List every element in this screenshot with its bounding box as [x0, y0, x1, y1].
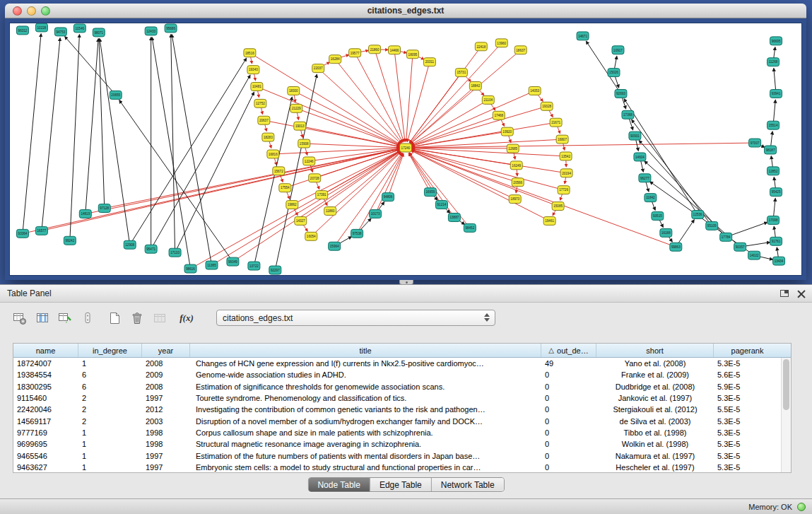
graph-node[interactable]: 96695 [770, 37, 782, 45]
graph-node[interactable]: 16807 [556, 135, 568, 144]
tab-node-table[interactable]: Node Table [308, 478, 370, 491]
graph-node[interactable]: 13722 [248, 262, 260, 270]
graph-node[interactable]: 12246 [303, 157, 315, 165]
table-cell[interactable]: 5.3E-5 [714, 428, 781, 437]
graph-node[interactable]: 14327 [295, 216, 307, 225]
table-cell[interactable]: Investigating the contribution of common… [190, 405, 541, 414]
graph-node[interactable]: 98452 [464, 223, 476, 232]
table-cell[interactable]: Estimation of significance thresholds fo… [190, 382, 541, 391]
graph-node[interactable]: 96312 [16, 26, 28, 35]
graph-node[interactable]: 15026 [608, 69, 620, 77]
graph-node[interactable]: 20637 [258, 116, 270, 124]
table-cell[interactable]: Nakamura et al. (1997) [596, 452, 714, 460]
delete-table-icon[interactable] [129, 310, 146, 326]
table-row[interactable]: 1872400712008Changes of HCN gene express… [13, 358, 781, 369]
table-row[interactable]: 969969511998Structural magnetic resonanc… [13, 438, 781, 450]
graph-node[interactable]: 18516 [244, 49, 256, 57]
table-cell[interactable]: 1998 [142, 428, 190, 437]
table-cell[interactable]: 2008 [142, 359, 190, 368]
graph-node[interactable]: 10228 [35, 23, 47, 32]
graph-node[interactable]: 16284 [329, 55, 341, 64]
column-header-title[interactable]: title [190, 344, 541, 357]
table-cell[interactable]: 9465546 [13, 452, 78, 460]
graph-node[interactable]: 16054 [305, 232, 317, 240]
function-builder-icon[interactable]: f(x) [178, 310, 195, 326]
graph-node[interactable]: 22037 [312, 64, 324, 73]
graph-node[interactable]: 94806 [382, 193, 394, 201]
graph-node[interactable]: 16188 [660, 228, 672, 237]
graph-node[interactable]: 21104 [482, 95, 494, 104]
table-cell[interactable]: Wolkin et al. (1998) [596, 440, 714, 448]
graph-node[interactable]: 20194 [560, 169, 572, 177]
graph-node[interactable]: 18095 [406, 50, 418, 59]
table-cell[interactable]: 0 [541, 417, 596, 426]
graph-node[interactable]: 21860 [369, 45, 381, 54]
graph-node[interactable]: 98187 [765, 146, 777, 154]
graph-node[interactable]: 15731 [455, 69, 467, 77]
graph-node[interactable]: 11842 [645, 194, 657, 202]
graph-node[interactable]: 17133 [169, 248, 181, 257]
graph-node[interactable]: 20566 [512, 178, 524, 187]
float-panel-icon[interactable] [780, 290, 789, 297]
graph-node[interactable]: 16659 [424, 188, 436, 197]
table-cell[interactable]: Disruption of a novel member of a sodium… [190, 417, 541, 426]
table-cell[interactable]: 1 [78, 452, 142, 460]
table-cell[interactable]: 2 [78, 394, 142, 402]
table-cell[interactable]: Stergiakouli et al. (2012) [596, 405, 714, 414]
graph-node[interactable]: 98071 [93, 28, 105, 37]
graph-node[interactable]: 14053 [529, 86, 541, 95]
table-cell[interactable]: 0 [541, 463, 596, 472]
graph-node[interactable]: 19862 [286, 201, 298, 209]
table-cell[interactable]: 1 [78, 428, 142, 437]
graph-node[interactable]: 10917 [612, 46, 624, 54]
table-cell[interactable]: 18724007 [13, 359, 78, 368]
scrollbar-thumb[interactable] [783, 359, 789, 410]
table-cell[interactable]: 18300295 [13, 382, 78, 391]
table-cell[interactable]: 5.3E-5 [714, 452, 781, 460]
close-panel-icon[interactable] [797, 290, 805, 298]
import-table-icon[interactable] [151, 310, 168, 326]
graph-node[interactable]: 19577 [349, 49, 361, 57]
minimize-window-button[interactable] [27, 6, 36, 16]
graph-node[interactable]: 19013 [294, 122, 306, 130]
graph-node[interactable]: 18842 [469, 82, 481, 90]
graph-node[interactable]: 11883 [324, 207, 336, 216]
graph-node[interactable]: 97128 [98, 204, 110, 213]
table-row[interactable]: 977716911998Corpus callosum shape and si… [13, 427, 781, 438]
graph-node[interactable]: 20728 [309, 174, 321, 182]
graph-node[interactable]: 12908 [124, 240, 136, 249]
graph-node[interactable]: 13960 [495, 39, 507, 47]
close-window-button[interactable] [13, 6, 22, 16]
table-row[interactable]: 946554611997Estimation of the future num… [13, 450, 781, 461]
table-cell[interactable]: 22420046 [13, 405, 78, 414]
graph-node[interactable]: 11268 [767, 58, 779, 66]
graph-node[interactable]: 18283 [262, 133, 274, 141]
column-header-short[interactable]: short [596, 344, 714, 357]
table-cell[interactable]: 2012 [142, 405, 190, 414]
graph-node[interactable]: 18637 [514, 46, 526, 54]
graph-node[interactable]: 94753 [54, 28, 66, 36]
column-header-pagerank[interactable]: pagerank [714, 344, 781, 357]
network-canvas[interactable]: 1724018516193431048112752206371828316816… [9, 23, 802, 276]
graph-node[interactable]: 95471 [145, 245, 157, 253]
graph-node[interactable]: 90357 [734, 243, 746, 251]
graph-node[interactable]: 92693 [615, 89, 627, 98]
graph-node[interactable]: 96277 [639, 174, 651, 182]
table-cell[interactable]: 9115460 [13, 394, 78, 402]
graph-node[interactable]: 19461 [543, 216, 555, 225]
table-cell[interactable]: Changes of HCN gene expression and I(f) … [190, 359, 541, 368]
new-table-icon[interactable] [106, 310, 123, 326]
network-table-selector[interactable]: citations_edges.txt [216, 310, 495, 326]
graph-node[interactable]: 13542 [560, 152, 572, 160]
table-mode-icon[interactable] [11, 310, 28, 326]
table-cell[interactable]: de Silva et al. (2003) [596, 417, 714, 426]
table-cell[interactable]: 2008 [142, 382, 190, 391]
table-cell[interactable]: 0 [541, 405, 596, 414]
table-cell[interactable]: 0 [541, 382, 596, 391]
table-cell[interactable]: 5.5E-5 [714, 405, 781, 414]
graph-node[interactable]: 12752 [254, 99, 266, 107]
graph-node[interactable]: 99242 [64, 236, 76, 245]
graph-node[interactable]: 11385 [206, 261, 218, 269]
table-cell[interactable]: Dudbridge et al. (2008) [596, 382, 714, 391]
table-row[interactable]: 1830029562008Estimation of significance … [13, 381, 781, 392]
